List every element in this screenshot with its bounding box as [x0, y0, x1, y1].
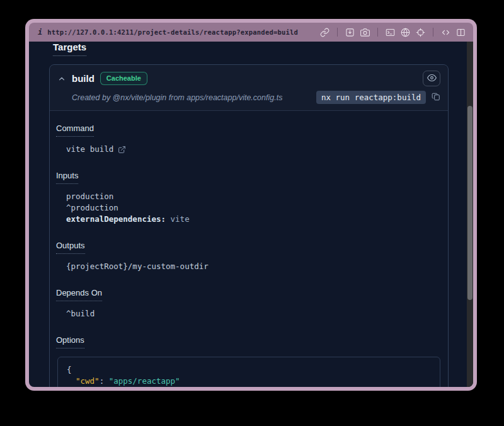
inputs-heading: Inputs	[56, 171, 78, 184]
inputs-section: Inputs production ^production externalDe…	[56, 170, 440, 225]
page-viewport: Targets build Cacheable	[29, 42, 473, 387]
code-line: "cwd": "apps/reactapp"	[67, 376, 431, 387]
scrollbar-track[interactable]	[467, 42, 473, 387]
depends-on-item: ^build	[66, 308, 440, 320]
cacheable-badge: Cacheable	[100, 72, 147, 84]
link-icon[interactable]	[320, 28, 329, 37]
project-details-page: Targets build Cacheable	[29, 42, 467, 387]
options-section: Options { "cwd": "apps/reactapp" }	[56, 334, 440, 387]
options-code-block: { "cwd": "apps/reactapp" }	[57, 357, 440, 387]
command-section: Command vite build	[56, 122, 440, 155]
json-separator: :	[100, 376, 109, 386]
run-command-chip: nx run reactapp:build	[316, 91, 426, 104]
copy-command-button[interactable]	[432, 92, 440, 103]
chevron-up-icon[interactable]	[57, 74, 66, 83]
output-item: {projectRoot}/my-custom-outdir	[66, 261, 440, 272]
command-heading: Command	[56, 124, 94, 137]
url-text[interactable]: http://127.0.0.1:4211/project-details/re…	[47, 28, 298, 36]
created-by-text: Created by @nx/vite/plugin from apps/rea…	[72, 93, 282, 102]
code-line: }	[67, 386, 431, 387]
options-heading: Options	[56, 335, 84, 348]
toolbar-divider	[337, 28, 338, 37]
copy-icon	[432, 92, 440, 103]
browser-window: i http://127.0.0.1:4211/project-details/…	[25, 19, 477, 391]
outputs-heading: Outputs	[56, 241, 85, 254]
input-item: externalDependencies: vite	[66, 214, 440, 225]
external-link-icon[interactable]	[118, 146, 126, 154]
code-line: {	[67, 364, 431, 376]
code-icon[interactable]	[441, 28, 450, 37]
browser-topbar: i http://127.0.0.1:4211/project-details/…	[29, 23, 473, 42]
split-view-icon[interactable]	[456, 28, 466, 37]
topbar-toolbar	[320, 28, 466, 37]
outputs-section: Outputs {projectRoot}/my-custom-outdir	[56, 239, 440, 272]
build-card-header[interactable]: build Cacheable Created by @nx/vite/plug…	[50, 65, 448, 111]
eye-icon	[427, 73, 437, 84]
target-name: build	[72, 73, 94, 84]
crosshair-icon[interactable]	[416, 28, 425, 37]
build-card-body: Command vite build Inputs production	[50, 111, 448, 387]
scrollbar-thumb[interactable]	[467, 106, 472, 300]
view-target-button[interactable]	[423, 71, 440, 86]
page-title: Targets	[53, 42, 86, 56]
depends-on-section: Depends On ^build	[56, 287, 440, 320]
input-value: vite	[166, 214, 190, 224]
terminal-icon[interactable]	[386, 28, 395, 37]
json-key: "cwd"	[76, 376, 100, 386]
input-item: ^production	[66, 202, 440, 214]
toolbar-divider	[433, 28, 433, 37]
camera-icon[interactable]	[360, 28, 370, 37]
command-value: vite build	[66, 144, 113, 155]
toolbar-divider	[377, 28, 378, 37]
target-card-build: build Cacheable Created by @nx/vite/plug…	[49, 64, 449, 387]
depends-on-heading: Depends On	[56, 288, 102, 301]
json-value: "apps/reactapp"	[109, 376, 180, 386]
globe-icon[interactable]	[401, 28, 410, 37]
save-box-icon[interactable]	[345, 28, 355, 37]
input-item: production	[66, 191, 440, 202]
input-key: externalDependencies:	[66, 214, 166, 224]
info-icon: i	[38, 28, 42, 37]
